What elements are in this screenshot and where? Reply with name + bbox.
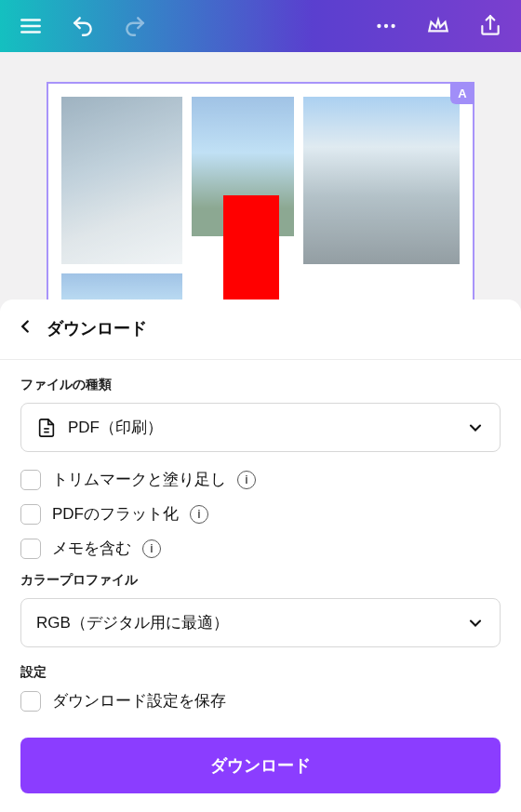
save-settings-label: ダウンロード設定を保存 — [52, 690, 226, 712]
chevron-down-icon — [466, 419, 485, 437]
filetype-label: ファイルの種類 — [20, 377, 501, 393]
photo-thumbnail[interactable] — [303, 97, 460, 264]
download-sheet: ダウンロード ファイルの種類 PDF（印刷） トリムマークと塗り足し i PDF… — [0, 300, 521, 812]
back-icon[interactable] — [11, 313, 39, 344]
sheet-title: ダウンロード — [47, 317, 147, 339]
info-icon[interactable]: i — [190, 505, 208, 524]
sheet-header: ダウンロード — [0, 300, 521, 360]
memo-label: メモを含む — [52, 538, 131, 559]
undo-icon[interactable] — [65, 8, 100, 44]
flatten-checkbox[interactable] — [20, 504, 41, 525]
save-settings-checkbox[interactable] — [20, 691, 41, 712]
colorprofile-value: RGB（デジタル用に最適） — [36, 612, 229, 633]
settings-label: 設定 — [20, 664, 501, 681]
save-settings-row: ダウンロード設定を保存 — [20, 690, 501, 712]
chevron-down-icon — [466, 614, 485, 632]
accessibility-badge: A — [450, 82, 474, 104]
info-icon[interactable]: i — [237, 471, 256, 489]
trim-marks-checkbox[interactable] — [20, 470, 41, 490]
redo-icon[interactable] — [117, 8, 153, 44]
colorprofile-label: カラープロファイル — [20, 572, 501, 589]
trim-marks-row: トリムマークと塗り足し i — [20, 469, 501, 490]
photo-thumbnail[interactable] — [192, 97, 294, 236]
trim-marks-label: トリムマークと塗り足し — [52, 469, 226, 490]
crown-icon[interactable] — [421, 8, 456, 44]
colorprofile-select[interactable]: RGB（デジタル用に最適） — [20, 598, 501, 647]
filetype-select[interactable]: PDF（印刷） — [20, 403, 501, 452]
share-icon[interactable] — [473, 8, 508, 44]
filetype-value: PDF（印刷） — [68, 417, 163, 438]
file-icon — [36, 418, 57, 438]
memo-checkbox[interactable] — [20, 539, 41, 559]
svg-point-5 — [391, 24, 394, 28]
download-button[interactable]: ダウンロード — [20, 738, 501, 793]
info-icon[interactable]: i — [142, 539, 161, 558]
menu-icon[interactable] — [13, 8, 48, 44]
svg-point-3 — [377, 24, 381, 28]
memo-row: メモを含む i — [20, 538, 501, 559]
photo-thumbnail[interactable] — [61, 97, 182, 264]
flatten-label: PDFのフラット化 — [52, 503, 179, 525]
editor-toolbar — [0, 0, 521, 52]
more-icon[interactable] — [368, 8, 404, 44]
svg-point-4 — [384, 24, 388, 28]
flatten-row: PDFのフラット化 i — [20, 503, 501, 525]
